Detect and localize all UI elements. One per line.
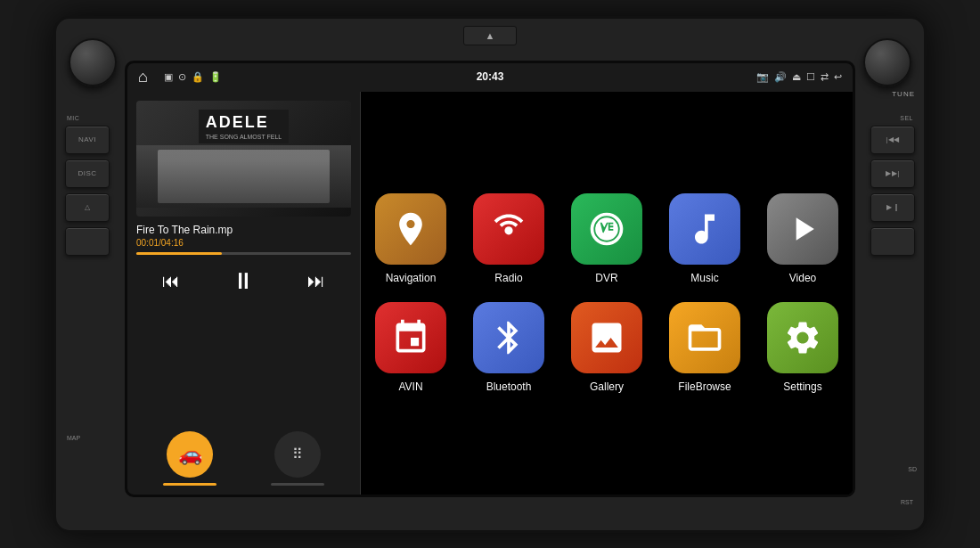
avin-icon xyxy=(375,302,446,373)
navi-button[interactable]: NAVI xyxy=(65,126,110,154)
music-label: Music xyxy=(690,272,718,284)
app-grid: Navigation Radio DVR xyxy=(361,92,853,495)
avin-label: AVIN xyxy=(398,380,422,393)
app-dvr[interactable]: DVR xyxy=(566,193,648,284)
song-time: 00:01/04:16 xyxy=(136,238,351,248)
progress-fill xyxy=(136,252,222,255)
right-btn-3[interactable]: ▶ ‖ xyxy=(870,193,915,222)
eject-status-icon: ⏏ xyxy=(792,71,801,83)
radio-icon xyxy=(473,193,544,265)
media-icon: ▣ xyxy=(164,71,173,83)
status-right-icons: 📷 🔊 ⏏ ☐ ⇄ ↩ xyxy=(756,71,842,83)
video-icon xyxy=(767,193,838,265)
left-btn-3[interactable]: △ xyxy=(65,193,110,222)
eject-button[interactable]: ▲ xyxy=(463,26,517,45)
progress-bar[interactable] xyxy=(136,252,351,255)
usb-icon: ⇄ xyxy=(821,71,829,83)
app-bluetooth[interactable]: Bluetooth xyxy=(468,302,550,393)
app-gallery[interactable]: Gallery xyxy=(566,302,648,393)
left-knob[interactable] xyxy=(69,38,117,86)
album-art: ADELE THE SONG ALMOST FELL xyxy=(136,101,351,217)
volume-icon: 🔊 xyxy=(774,71,787,83)
forward-button[interactable]: ⏭ xyxy=(304,267,329,295)
app-video[interactable]: Video xyxy=(762,193,844,284)
app-filebrowse[interactable]: FileBrowse xyxy=(664,302,746,393)
status-time: 20:43 xyxy=(477,70,504,83)
battery-icon: 🔋 xyxy=(209,71,222,83)
video-label: Video xyxy=(789,272,816,284)
album-photo xyxy=(136,145,351,208)
album-art-inner: ADELE THE SONG ALMOST FELL xyxy=(136,101,351,217)
left-side-buttons: NAVI DISC △ xyxy=(65,126,110,256)
inactive-indicator xyxy=(271,483,324,486)
filebrowse-icon xyxy=(669,302,740,373)
radio-label: Radio xyxy=(494,272,522,284)
main-content: ADELE THE SONG ALMOST FELL Fire To The R… xyxy=(127,92,853,495)
artist-name: ADELE xyxy=(206,113,282,132)
playback-controls: ⏮ ⏸ ⏭ xyxy=(136,264,351,299)
sel-label: SEL xyxy=(900,115,913,121)
app-music[interactable]: Music xyxy=(664,193,746,284)
song-title: Fire To The Rain.mp xyxy=(136,224,351,236)
dvr-label: DVR xyxy=(595,272,617,284)
car-mode-button[interactable]: 🚗 xyxy=(167,431,213,478)
car-unit: ▲ TUNE MIC SEL RST SD MAP NAVI DISC △ |◀… xyxy=(53,16,927,533)
sd-label: SD xyxy=(908,466,917,472)
artist-sub: THE SONG ALMOST FELL xyxy=(206,134,282,140)
top-bar: ▲ xyxy=(463,26,517,45)
disc-button[interactable]: DISC xyxy=(65,159,110,188)
main-screen: ⌂ ▣ ⊙ 🔒 🔋 20:43 📷 🔊 ⏏ ☐ ⇄ ↩ xyxy=(125,61,855,497)
music-icon xyxy=(669,193,740,265)
tune-label: TUNE xyxy=(892,90,915,98)
grid-mode-button[interactable]: ⠿ xyxy=(274,431,321,478)
svg-point-0 xyxy=(504,226,512,234)
display-icon: ☐ xyxy=(806,71,815,83)
mic-label: MIC xyxy=(67,115,79,121)
navigation-label: Navigation xyxy=(386,272,437,284)
lock-icon: 🔒 xyxy=(192,71,204,83)
left-btn-4[interactable] xyxy=(65,227,110,256)
right-btn-1[interactable]: |◀◀ xyxy=(870,126,915,154)
rst-label: RST xyxy=(901,499,913,505)
active-indicator xyxy=(163,483,216,486)
app-settings[interactable]: Settings xyxy=(762,302,844,393)
app-row-1: Navigation Radio DVR xyxy=(370,193,844,284)
navigation-icon xyxy=(375,193,446,265)
settings-icon xyxy=(767,302,838,373)
right-knob[interactable] xyxy=(863,38,911,86)
map-label: MAP xyxy=(67,435,80,441)
app-avin[interactable]: AVIN xyxy=(370,302,452,393)
app-navigation[interactable]: Navigation xyxy=(370,193,452,284)
filebrowse-label: FileBrowse xyxy=(678,380,731,393)
photo-silhouette xyxy=(158,150,330,203)
status-icons: ▣ ⊙ 🔒 🔋 xyxy=(164,71,749,83)
bluetooth-icon xyxy=(473,302,544,373)
bottom-icons: 🚗 ⠿ xyxy=(136,422,351,486)
app-radio[interactable]: Radio xyxy=(468,193,550,284)
gallery-label: Gallery xyxy=(590,380,624,393)
right-side-buttons: |◀◀ ▶▶| ▶ ‖ xyxy=(870,126,915,256)
home-icon[interactable]: ⌂ xyxy=(138,68,148,86)
media-player: ADELE THE SONG ALMOST FELL Fire To The R… xyxy=(127,92,361,495)
disc-status-icon: ⊙ xyxy=(178,71,186,83)
wifi-icon: 📷 xyxy=(756,71,769,83)
gallery-icon xyxy=(571,302,642,373)
back-icon: ↩ xyxy=(834,71,842,83)
pause-button[interactable]: ⏸ xyxy=(228,264,258,299)
rewind-button[interactable]: ⏮ xyxy=(159,267,184,295)
bluetooth-label: Bluetooth xyxy=(486,380,532,393)
right-btn-4[interactable] xyxy=(870,227,915,256)
app-row-2: AVIN Bluetooth Gallery xyxy=(370,302,844,393)
status-bar: ⌂ ▣ ⊙ 🔒 🔋 20:43 📷 🔊 ⏏ ☐ ⇄ ↩ xyxy=(127,63,853,92)
right-btn-2[interactable]: ▶▶| xyxy=(870,159,915,188)
dvr-icon xyxy=(571,193,642,265)
settings-label: Settings xyxy=(783,380,821,393)
